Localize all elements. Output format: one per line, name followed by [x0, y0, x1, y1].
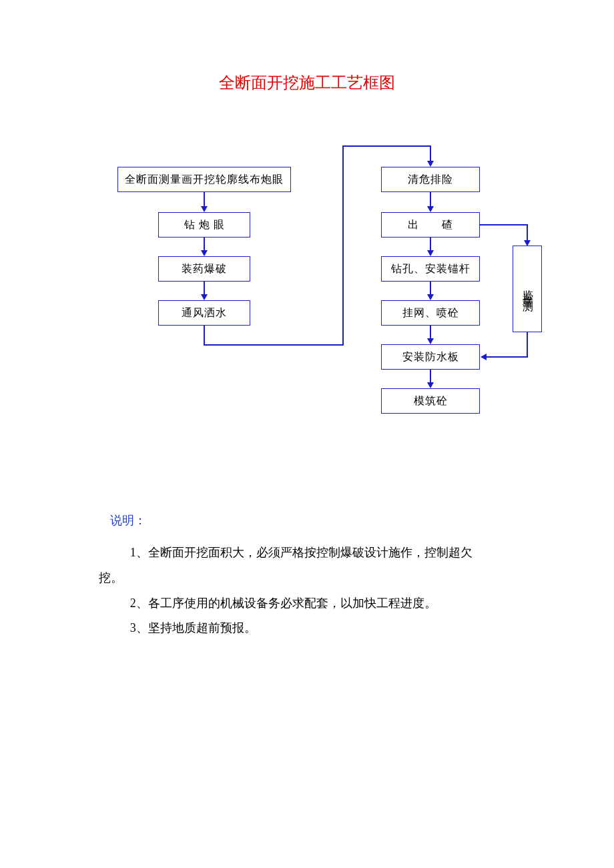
- box-left-1-label: 全断面测量画开挖轮廓线布炮眼: [125, 173, 284, 187]
- box-right-3: 钻孔、安装锚杆: [381, 256, 480, 282]
- box-left-2-label: 钻 炮 眼: [184, 218, 225, 232]
- box-left-4-label: 通风洒水: [182, 306, 227, 320]
- arrow-r5-r6: [427, 382, 434, 388]
- edge-side-in-h: [480, 224, 527, 226]
- box-right-3-label: 钻孔、安装锚杆: [391, 262, 471, 276]
- box-right-6-label: 模筑砼: [414, 394, 448, 408]
- notes-item-2: 2、各工序使用的机械设备务必求配套，以加快工程进度。: [99, 591, 518, 616]
- box-right-4-label: 挂网、喷砼: [402, 306, 459, 320]
- box-left-3-label: 装药爆破: [182, 262, 227, 276]
- box-right-4: 挂网、喷砼: [381, 300, 480, 326]
- box-right-1-label: 清危排险: [408, 173, 453, 187]
- arrow-side-in: [524, 240, 531, 246]
- page-title: 全断面开挖施工工艺框图: [0, 72, 614, 93]
- edge-route-5: [430, 145, 431, 161]
- notes-heading: 说明：: [110, 512, 146, 528]
- box-left-2: 钻 炮 眼: [158, 212, 250, 238]
- box-right-2: 出 碴: [381, 212, 480, 238]
- box-left-1: 全断面测量画开挖轮廓线布炮眼: [117, 167, 291, 192]
- arrow-l3-l4: [201, 294, 208, 300]
- edge-side-in-v: [527, 224, 528, 241]
- edge-route-4: [342, 145, 431, 147]
- box-side-monitor: 监控量测: [513, 246, 542, 332]
- edge-side-out-v: [527, 332, 528, 356]
- notes-item-1b: 挖。: [99, 566, 518, 591]
- arrow-r3-r4: [427, 294, 434, 300]
- notes-item-1a: 1、全断面开挖面积大，必须严格按控制爆破设计施作，控制超欠: [99, 540, 518, 566]
- box-right-6: 模筑砼: [381, 388, 480, 414]
- box-right-1: 清危排险: [381, 167, 480, 192]
- arrow-l1-l2: [201, 206, 208, 212]
- box-left-3: 装药爆破: [158, 256, 250, 282]
- edge-l3-l4: [204, 282, 205, 295]
- edge-route-1: [204, 326, 205, 346]
- edge-r2-r3: [430, 238, 431, 251]
- edge-l2-l3: [204, 238, 205, 251]
- edge-r4-r5: [430, 326, 431, 339]
- box-left-4: 通风洒水: [158, 300, 250, 326]
- arrow-r2-r3: [427, 250, 434, 256]
- notes-body: 1、全断面开挖面积大，必须严格按控制爆破设计施作，控制超欠 挖。 2、各工序使用…: [99, 540, 518, 641]
- box-right-5-label: 安装防水板: [402, 350, 459, 364]
- edge-side-out-h: [486, 356, 528, 358]
- arrow-r4-r5: [427, 338, 434, 344]
- edge-route-2: [204, 344, 344, 346]
- box-right-2-label: 出 碴: [408, 218, 453, 232]
- box-right-5: 安装防水板: [381, 344, 480, 370]
- edge-r1-r2: [430, 192, 431, 207]
- arrow-l2-l3: [201, 250, 208, 256]
- notes-item-3: 3、坚持地质超前预报。: [99, 616, 518, 641]
- arrow-r1-r2: [427, 206, 434, 212]
- arrow-route-end: [427, 161, 434, 167]
- flowchart-canvas: 全断面测量画开挖轮廓线布炮眼 钻 炮 眼 装药爆破 通风洒水 清危排险 出 碴 …: [0, 145, 614, 452]
- edge-route-3: [342, 145, 344, 346]
- edge-r5-r6: [430, 370, 431, 383]
- arrow-side-out: [481, 354, 487, 360]
- box-side-monitor-label: 监控量测: [521, 281, 535, 297]
- edge-r3-r4: [430, 282, 431, 295]
- edge-l1-l2: [204, 192, 205, 207]
